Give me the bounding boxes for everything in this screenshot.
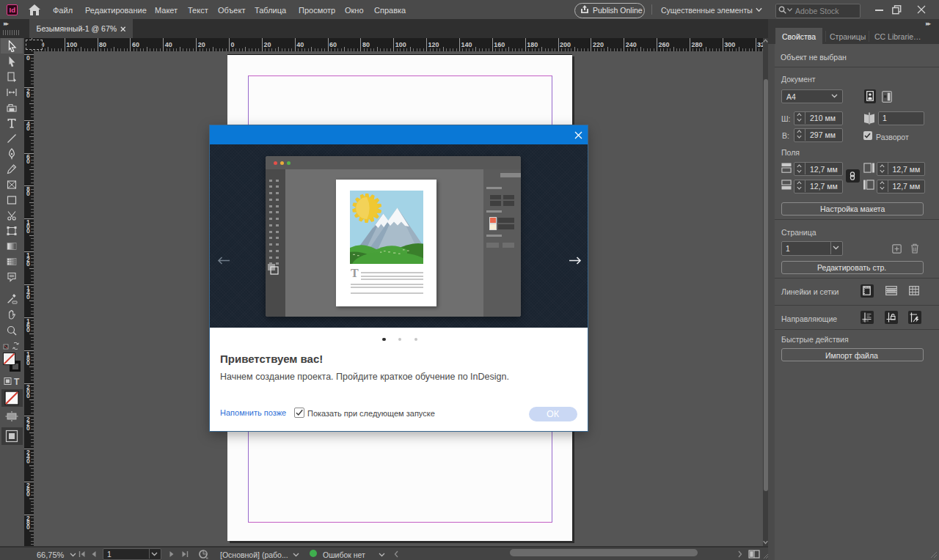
svg-text:T: T <box>14 377 20 386</box>
